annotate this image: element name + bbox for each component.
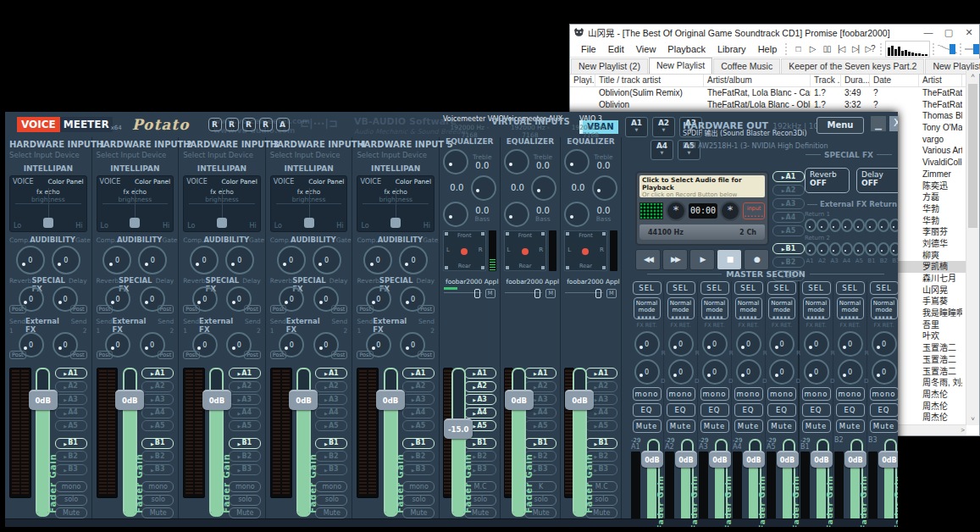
route-a5-button[interactable]: A5 [55, 420, 87, 431]
sel-button[interactable]: SEL [734, 281, 763, 295]
sel-button[interactable]: SEL [767, 281, 796, 295]
column-header-4[interactable]: Dura... [841, 75, 870, 86]
route-a5-button[interactable]: A5 [585, 420, 617, 431]
route-b1-button[interactable]: B1 [315, 438, 347, 449]
sel-button[interactable]: SEL [836, 281, 865, 295]
route-a3-button[interactable]: A3 [402, 394, 435, 405]
play-icon[interactable]: ▷ [806, 42, 820, 56]
mode-button[interactable]: Normalmode▪▪▪▪▪ [701, 297, 728, 319]
return-knob[interactable] [829, 242, 841, 256]
mute-button[interactable]: Mute [55, 507, 87, 518]
return-knob[interactable] [805, 219, 817, 232]
master-fader[interactable]: 0dBFader Gain [811, 437, 832, 527]
strip-device-select[interactable]: Select Input Device [357, 149, 435, 159]
intellipan-panel[interactable]: VOICEColor Panelfx echobrightnessLoHi [97, 175, 174, 232]
mono-button[interactable]: mono [315, 481, 347, 492]
route-a3-button[interactable]: A3 [464, 394, 496, 405]
fader-knob[interactable]: 0dB [811, 451, 833, 468]
send1-knob[interactable]: 0 [19, 332, 44, 357]
recorder-file-label[interactable]: Click to Select Audio file for Playback … [639, 175, 765, 197]
return-knob[interactable] [889, 242, 898, 256]
route-b2-button[interactable]: B2 [402, 451, 435, 462]
route-a3-button[interactable]: A3 [55, 394, 87, 405]
send1-knob[interactable]: 0 [105, 332, 130, 357]
table-row[interactable]: Oblivion(Sulim Remix)TheFatRat, Lola Bla… [570, 87, 979, 99]
recorder-input-button[interactable]: input•••••• [743, 202, 765, 219]
fader[interactable]: 0dBFader Gain [575, 366, 584, 518]
rewind-icon[interactable]: ◀◀ [635, 249, 661, 270]
route-b2-button[interactable]: B2 [55, 451, 87, 462]
mute-button[interactable]: Mute [700, 419, 729, 433]
route-a3-button[interactable]: A3 [141, 394, 174, 405]
recorder-route-a2[interactable]: A2 [772, 185, 805, 196]
return-knob[interactable] [865, 219, 877, 232]
recorder-route-a1[interactable]: A1 [772, 171, 805, 182]
cpanel-label[interactable]: Color Panel [222, 178, 257, 186]
pan-handle[interactable] [390, 218, 401, 228]
mid-knob[interactable] [531, 175, 556, 201]
fader-knob[interactable]: 0dB [289, 390, 318, 410]
fx-delay-knob[interactable]: 0 [702, 359, 728, 385]
mode-button[interactable]: Normalmode▪▪▪▪▪ [871, 297, 898, 319]
app-volume-slider[interactable]: M [565, 287, 617, 297]
previous-icon[interactable]: |◁ [834, 42, 849, 56]
close-icon[interactable]: ✕ [959, 25, 979, 40]
sel-button[interactable]: SEL [700, 281, 729, 295]
mode-button[interactable]: Normalmode▪▪▪▪▪ [803, 297, 830, 319]
app-slider-handle[interactable] [534, 289, 540, 298]
delay-knob[interactable]: 0 [140, 286, 165, 312]
master-fader[interactable]: 0dBFader Gain [879, 437, 898, 527]
fader[interactable]: 0dBFader Gain [293, 366, 315, 518]
recorder-route-b2[interactable]: B2 [772, 257, 805, 268]
cpanel-label[interactable]: Color Panel [47, 178, 83, 186]
bus-a1-select[interactable]: A1 [625, 117, 648, 137]
reverb-knob[interactable]: 0 [105, 286, 130, 312]
treble-knob[interactable] [443, 149, 468, 175]
mode-button[interactable]: Normalmode▪▪▪▪▪ [735, 297, 762, 319]
surround-pan-panel[interactable]: FrontRearLR [443, 230, 486, 271]
fader[interactable]: -15.0Fader Gain [454, 366, 463, 518]
route-a2-button[interactable]: A2 [229, 381, 261, 392]
column-header-3[interactable]: Track ... [811, 75, 841, 86]
route-a4-button[interactable]: A4 [464, 407, 496, 418]
seek-slider[interactable] [965, 43, 979, 55]
send2-knob[interactable]: 0 [313, 332, 339, 357]
fader-knob[interactable]: 0dB [565, 390, 594, 410]
send2-knob[interactable]: 0 [140, 332, 165, 357]
mode-button[interactable]: Normalmode▪▪▪▪▪ [768, 297, 795, 319]
mute-button[interactable]: Mute [870, 419, 899, 433]
mode-button[interactable]: Normalmode▪▪▪▪▪ [837, 297, 864, 319]
fx-return-knob[interactable]: 0 [668, 331, 694, 357]
eq-button[interactable]: EQ [802, 403, 831, 417]
bus-a4-select[interactable]: A4 [651, 140, 673, 160]
sel-button[interactable]: SEL [802, 281, 831, 295]
fader-knob[interactable]: 0dB [675, 451, 697, 468]
mute-button[interactable]: Mute [667, 419, 695, 433]
mono-button[interactable]: mono [667, 387, 695, 401]
fader[interactable]: 0dBFader Gain [379, 366, 401, 518]
fx-return-knob[interactable]: 0 [804, 331, 829, 357]
playback-order-icon[interactable]: ▷? [863, 42, 878, 56]
comp-knob[interactable]: 0 [363, 246, 392, 274]
record-icon[interactable]: ● [744, 249, 769, 270]
master-fader[interactable]: 0dBFader Gain [710, 437, 730, 527]
fx-return-knob[interactable]: 0 [872, 331, 897, 357]
master-fader[interactable]: 0dBFader Gain [676, 437, 696, 527]
fader[interactable]: 0dBFader Gain [206, 366, 228, 518]
mute-button[interactable]: Mute [402, 507, 435, 518]
mute-button[interactable]: Mute [836, 419, 865, 433]
strip-header[interactable]: HARDWARE INPUT 2Select Input Device [97, 137, 174, 164]
intellipan-panel[interactable]: VOICEColor Panelfx echobrightnessLoHi [9, 175, 87, 232]
route-b2-button[interactable]: B2 [315, 451, 347, 462]
playlist-tab[interactable]: Coffee Music [713, 58, 780, 74]
route-a4-button[interactable]: A4 [229, 407, 261, 418]
fx-delay-knob[interactable]: 0 [769, 359, 795, 385]
menu-edit[interactable]: Edit [602, 44, 630, 54]
route-a1-button[interactable]: A1 [402, 368, 435, 379]
mid-knob[interactable] [471, 175, 496, 201]
menu-playback[interactable]: Playback [662, 44, 711, 54]
intellipan-panel[interactable]: VOICEColor Panelfx echobrightnessLoHi [270, 175, 348, 232]
cpanel-label[interactable]: Color Panel [135, 178, 170, 186]
stop-icon[interactable]: ■ [717, 249, 742, 270]
gate-knob[interactable]: 0 [225, 246, 254, 274]
